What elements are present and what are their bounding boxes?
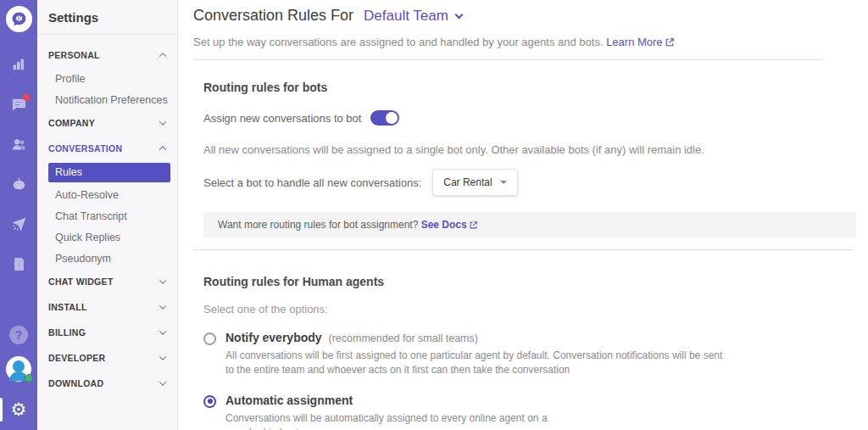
page-subtitle: Set up the way conversations are assigne… xyxy=(193,36,868,48)
external-link-icon xyxy=(470,221,477,229)
caret-down-icon xyxy=(500,181,507,184)
assign-to-bot-toggle[interactable] xyxy=(370,110,399,126)
sidebar-item-chat-transcript[interactable]: Chat Transcript xyxy=(37,205,177,226)
sidebar-section-chat-widget[interactable]: CHAT WIDGET xyxy=(37,269,177,294)
agents-routing-section: Routing rules for Human agents Select on… xyxy=(203,275,868,430)
main-content: Conversation Rules For Default Team Set … xyxy=(178,0,868,430)
docs-banner: Want more routing rules for bot assignme… xyxy=(203,212,856,237)
teammates-icon[interactable] xyxy=(10,136,27,153)
sidebar-section-conversation[interactable]: CONVERSATION xyxy=(37,136,177,161)
external-link-icon xyxy=(665,38,674,47)
chevron-down-icon xyxy=(455,10,464,19)
chevron-down-icon xyxy=(159,378,166,385)
notify-everybody-radio[interactable] xyxy=(203,332,216,345)
icon-rail: ? ⚙ xyxy=(0,0,37,430)
learn-more-link[interactable]: Learn More xyxy=(606,36,673,48)
header-divider xyxy=(193,59,822,60)
sidebar-section-download[interactable]: DOWNLOAD xyxy=(37,371,177,396)
analytics-icon[interactable] xyxy=(10,56,27,73)
bot-icon[interactable] xyxy=(10,176,27,193)
agents-section-heading: Routing rules for Human agents xyxy=(203,275,868,288)
chevron-down-icon xyxy=(159,118,166,125)
sidebar-section-personal[interactable]: PERSONAL xyxy=(37,42,177,68)
bot-select-label: Select a bot to handle all new conversat… xyxy=(203,176,421,189)
toggle-knob xyxy=(386,112,398,124)
sidebar-item-notification-preferences[interactable]: Notification Preferences xyxy=(37,89,177,110)
sidebar-item-auto-resolve[interactable]: Auto-Resolve xyxy=(37,184,177,205)
automatic-assignment-radio[interactable] xyxy=(203,395,216,408)
sidebar-section-install[interactable]: INSTALL xyxy=(37,294,177,320)
team-selector-dropdown[interactable]: Default Team xyxy=(364,8,462,25)
option-label: Automatic assignment xyxy=(225,394,353,407)
app-window: ? ⚙ Settings PERSONAL Profile Notificati… xyxy=(0,0,868,430)
sidebar-nav: PERSONAL Profile Notification Preference… xyxy=(37,35,177,396)
sidebar-item-pseudonym[interactable]: Pseudonym xyxy=(37,248,177,269)
option-automatic-assignment: Automatic assignment Conversations will … xyxy=(203,394,868,430)
app-logo[interactable] xyxy=(6,6,32,32)
user-avatar[interactable] xyxy=(6,356,31,382)
option-description: All conversations will be first assigned… xyxy=(225,349,724,378)
sidebar-section-billing[interactable]: BILLING xyxy=(37,320,177,345)
campaigns-icon[interactable] xyxy=(10,215,27,232)
page-title: Conversation Rules For xyxy=(193,7,353,25)
sidebar-title: Settings xyxy=(37,0,177,34)
chevron-down-icon xyxy=(159,302,166,309)
sidebar-item-profile[interactable]: Profile xyxy=(37,68,177,89)
logo-chat-bubble-icon xyxy=(11,11,27,27)
sidebar-section-developer[interactable]: DEVELOPER xyxy=(37,345,177,371)
settings-gear-icon[interactable]: ⚙ xyxy=(11,401,27,419)
sidebar-item-quick-replies[interactable]: Quick Replies xyxy=(37,226,177,248)
conversations-icon[interactable] xyxy=(10,96,27,113)
chevron-down-icon xyxy=(159,276,166,283)
section-divider xyxy=(193,249,853,250)
bot-assignment-info: All new conversations will be assigned t… xyxy=(203,143,868,156)
rail-nav xyxy=(10,56,27,272)
sidebar-section-company[interactable]: COMPANY xyxy=(37,110,177,136)
chevron-up-icon xyxy=(159,146,166,153)
selected-bot-value: Car Rental xyxy=(443,176,492,188)
sidebar-item-rules[interactable]: Rules xyxy=(48,163,170,182)
avatar-head xyxy=(13,360,25,372)
chevron-down-icon xyxy=(159,353,166,360)
forms-icon[interactable] xyxy=(10,255,27,272)
option-description: Conversations will be automatically assi… xyxy=(225,411,565,430)
chevron-up-icon xyxy=(159,53,166,59)
bots-section-heading: Routing rules for bots xyxy=(203,81,868,94)
settings-sidebar: Settings PERSONAL Profile Notification P… xyxy=(37,0,178,430)
bot-select-dropdown[interactable]: Car Rental xyxy=(432,169,517,196)
online-status-dot xyxy=(25,374,33,383)
see-docs-link[interactable]: See Docs xyxy=(421,219,477,231)
notification-badge xyxy=(23,94,30,101)
option-notify-everybody: Notify everybody (recommended for small … xyxy=(203,331,868,378)
option-label: Notify everybody xyxy=(225,331,322,344)
bot-toggle-label: Assign new conversations to bot xyxy=(203,112,361,125)
options-subheading: Select one of the options: xyxy=(203,303,868,316)
chevron-down-icon xyxy=(159,327,166,334)
active-indicator xyxy=(0,398,3,422)
help-icon[interactable]: ? xyxy=(9,326,28,344)
bots-routing-section: Routing rules for bots Assign new conver… xyxy=(203,81,868,237)
selected-team: Default Team xyxy=(364,8,448,25)
rail-bottom: ? ⚙ xyxy=(0,326,37,430)
option-hint: (recommended for small teams) xyxy=(328,332,477,344)
